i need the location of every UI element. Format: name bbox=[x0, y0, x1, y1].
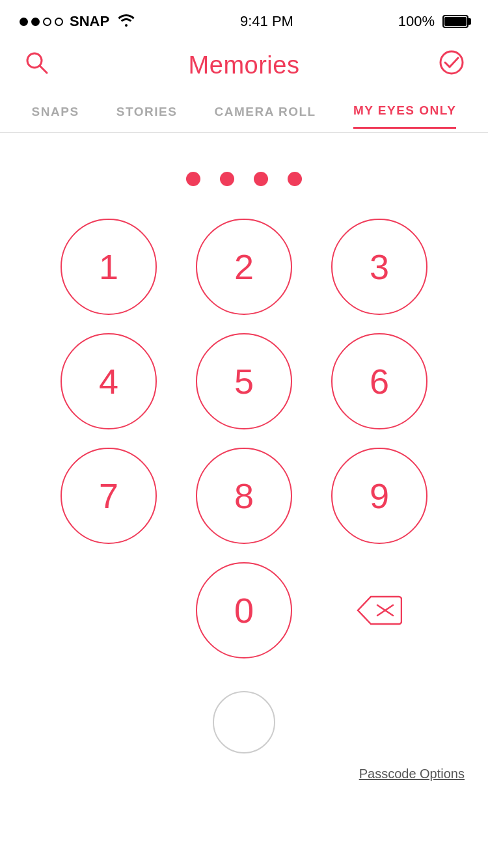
key-1[interactable]: 1 bbox=[61, 219, 157, 315]
bottom-area: Passcode Options bbox=[0, 691, 488, 781]
signal-dots bbox=[20, 18, 63, 26]
pin-dot-4 bbox=[288, 172, 302, 186]
battery-fill bbox=[444, 17, 467, 26]
svg-line-1 bbox=[40, 66, 47, 73]
pin-dot-1 bbox=[186, 172, 200, 186]
signal-dot-1 bbox=[20, 18, 28, 26]
signal-dot-3 bbox=[43, 18, 51, 26]
status-bar: SNAP 9:41 PM 100% bbox=[0, 0, 488, 39]
tab-my-eyes-only[interactable]: MY EYES ONLY bbox=[353, 94, 456, 129]
battery-icon bbox=[442, 15, 468, 28]
key-0[interactable]: 0 bbox=[196, 562, 292, 658]
key-8[interactable]: 8 bbox=[196, 448, 292, 544]
tab-camera-roll[interactable]: CAMERA ROLL bbox=[215, 96, 316, 128]
check-button[interactable] bbox=[439, 49, 465, 81]
key-5[interactable]: 5 bbox=[196, 333, 292, 429]
delete-button[interactable] bbox=[331, 562, 427, 658]
home-indicator[interactable] bbox=[213, 691, 275, 753]
svg-point-2 bbox=[441, 51, 463, 74]
key-7[interactable]: 7 bbox=[61, 448, 157, 544]
key-3[interactable]: 3 bbox=[331, 219, 427, 315]
keypad-row-2: 4 5 6 bbox=[26, 333, 462, 429]
keypad-row-3: 7 8 9 bbox=[26, 448, 462, 544]
tab-stories[interactable]: STORIES bbox=[116, 96, 178, 128]
battery-percentage: 100% bbox=[398, 13, 435, 30]
tabs-bar: SNAPS STORIES CAMERA ROLL MY EYES ONLY bbox=[0, 91, 488, 133]
tab-snaps[interactable]: SNAPS bbox=[32, 96, 79, 128]
signal-dot-2 bbox=[31, 18, 40, 26]
pin-dot-3 bbox=[254, 172, 268, 186]
key-9[interactable]: 9 bbox=[331, 448, 427, 544]
pin-dots bbox=[0, 172, 488, 186]
keypad-row-1: 1 2 3 bbox=[26, 219, 462, 315]
key-6[interactable]: 6 bbox=[331, 333, 427, 429]
key-empty bbox=[61, 562, 157, 658]
page-title: Memories bbox=[189, 51, 300, 79]
search-button[interactable] bbox=[23, 49, 49, 81]
key-2[interactable]: 2 bbox=[196, 219, 292, 315]
status-right: 100% bbox=[398, 13, 468, 30]
header: Memories bbox=[0, 39, 488, 91]
carrier-name: SNAP bbox=[70, 13, 109, 30]
passcode-options-button[interactable]: Passcode Options bbox=[359, 766, 465, 781]
key-4[interactable]: 4 bbox=[61, 333, 157, 429]
keypad-row-4: 0 bbox=[26, 562, 462, 658]
status-left: SNAP bbox=[20, 13, 135, 30]
status-time: 9:41 PM bbox=[240, 13, 293, 30]
signal-dot-4 bbox=[55, 18, 63, 26]
keypad: 1 2 3 4 5 6 7 8 9 0 bbox=[0, 219, 488, 658]
pin-dot-2 bbox=[220, 172, 234, 186]
wifi-icon bbox=[117, 14, 135, 29]
